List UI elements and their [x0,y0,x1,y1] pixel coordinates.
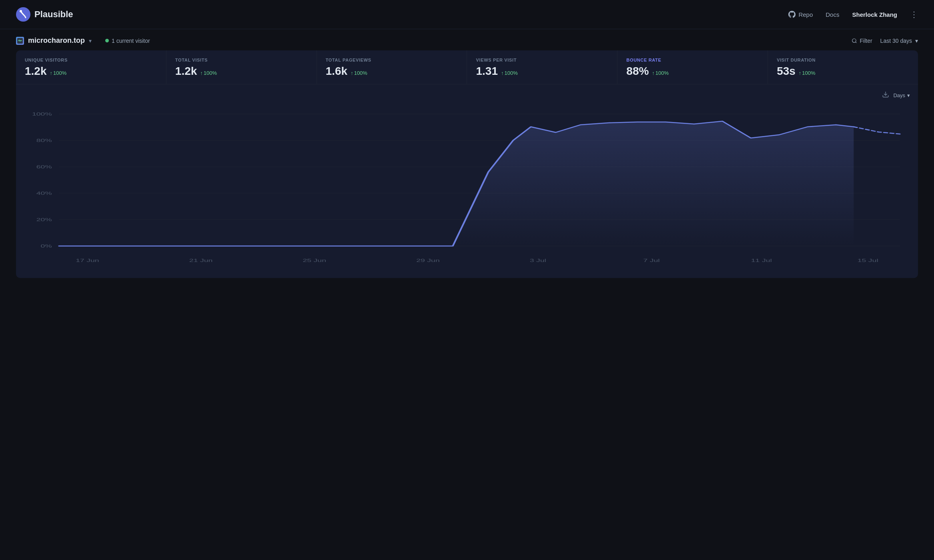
metric-value-visit-duration: 53s [777,65,796,78]
svg-text:21 Jun: 21 Jun [189,258,213,263]
metric-change-bounce-rate: 100% [652,70,669,76]
metric-total-pageviews[interactable]: TOTAL PAGEVIEWS1.6k100% [317,50,467,84]
metric-label-views-per-visit: VIEWS PER VISIT [476,58,608,62]
more-menu-button[interactable]: ⋮ [910,10,918,19]
svg-text:25 Jun: 25 Jun [303,258,327,263]
bounce-rate-chart: 100% 80% 60% 40% 20% 0% 17 Jun 21 Jun 25… [20,102,914,278]
svg-point-1 [20,10,22,12]
metric-change-visit-duration: 100% [799,70,816,76]
download-icon [882,91,889,98]
chart-container: UNIQUE VISITORS1.2k100%TOTAL VISITS1.2k1… [16,50,918,278]
days-label: Days [893,92,905,98]
metric-bounce-rate[interactable]: BOUNCE RATE88%100% [617,50,768,84]
metric-visit-duration[interactable]: VISIT DURATION53s100% [768,50,918,84]
days-chevron-icon: ▾ [907,92,910,98]
site-selector[interactable]: microcharon.top ▾ [16,36,92,45]
chart-area: Days ▾ [16,84,918,278]
metric-change-total-visits: 100% [200,70,217,76]
metric-total-visits[interactable]: TOTAL VISITS1.2k100% [166,50,317,84]
metric-value-total-visits: 1.2k [175,65,197,78]
logo-text: Plausible [34,9,73,20]
metric-unique-visitors[interactable]: UNIQUE VISITORS1.2k100% [16,50,166,84]
metric-value-total-pageviews: 1.6k [326,65,348,78]
metric-change-unique-visitors: 100% [50,70,67,76]
online-indicator [105,39,109,42]
chart-svg-wrapper: 100% 80% 60% 40% 20% 0% 17 Jun 21 Jun 25… [16,102,918,278]
logo-area: Plausible [16,7,73,22]
svg-text:29 Jun: 29 Jun [416,258,440,263]
metric-label-unique-visitors: UNIQUE VISITORS [25,58,157,62]
metric-views-per-visit[interactable]: VIEWS PER VISIT1.31100% [467,50,617,84]
days-selector-button[interactable]: Days ▾ [893,92,910,98]
svg-text:100%: 100% [32,112,52,116]
metrics-bar: UNIQUE VISITORS1.2k100%TOTAL VISITS1.2k1… [16,50,918,84]
metric-value-views-per-visit: 1.31 [476,65,498,78]
metric-change-total-pageviews: 100% [351,70,367,76]
svg-text:3 Jul: 3 Jul [530,258,546,263]
svg-text:7 Jul: 7 Jul [643,258,659,263]
header: Plausible Repo Docs Sherlock Zhang ⋮ [0,0,934,29]
docs-link[interactable]: Docs [826,11,839,18]
svg-text:11 Jul: 11 Jul [751,258,772,263]
svg-text:20%: 20% [36,217,52,222]
site-chevron-icon: ▾ [89,38,92,44]
github-icon [788,11,796,18]
chart-controls: Days ▾ [16,88,918,102]
sub-right-controls: Filter Last 30 days ▾ [852,38,918,44]
metric-label-total-pageviews: TOTAL PAGEVIEWS [326,58,458,62]
site-favicon [16,37,24,45]
metric-change-views-per-visit: 100% [501,70,518,76]
svg-text:60%: 60% [36,164,52,169]
plausible-logo-icon [16,7,30,22]
metric-value-unique-visitors: 1.2k [25,65,47,78]
docs-label: Docs [826,11,839,18]
metric-label-visit-duration: VISIT DURATION [777,58,909,62]
search-icon [852,38,857,44]
site-favicon-icon [17,38,23,44]
current-visitors-badge[interactable]: 1 current visitor [105,38,150,44]
svg-text:80%: 80% [36,138,52,143]
repo-label: Repo [798,11,813,18]
svg-text:15 Jul: 15 Jul [858,258,878,263]
date-range-chevron-icon: ▾ [915,38,918,44]
user-menu[interactable]: Sherlock Zhang [852,11,897,18]
svg-point-3 [852,38,856,42]
nav-right: Repo Docs Sherlock Zhang ⋮ [788,10,918,19]
filter-button[interactable]: Filter [852,38,872,44]
download-button[interactable] [882,91,889,100]
metric-label-bounce-rate: BOUNCE RATE [626,58,759,62]
metric-value-bounce-rate: 88% [626,65,649,78]
repo-link[interactable]: Repo [788,11,813,18]
sub-header: microcharon.top ▾ 1 current visitor Filt… [0,29,934,50]
metric-label-total-visits: TOTAL VISITS [175,58,308,62]
main-content: UNIQUE VISITORS1.2k100%TOTAL VISITS1.2k1… [0,50,934,294]
svg-text:40%: 40% [36,191,52,196]
svg-text:17 Jun: 17 Jun [76,258,99,263]
date-range-button[interactable]: Last 30 days ▾ [880,38,918,44]
visitors-count-label: 1 current visitor [112,38,150,44]
site-name: microcharon.top [28,36,85,45]
svg-text:0%: 0% [41,244,52,248]
